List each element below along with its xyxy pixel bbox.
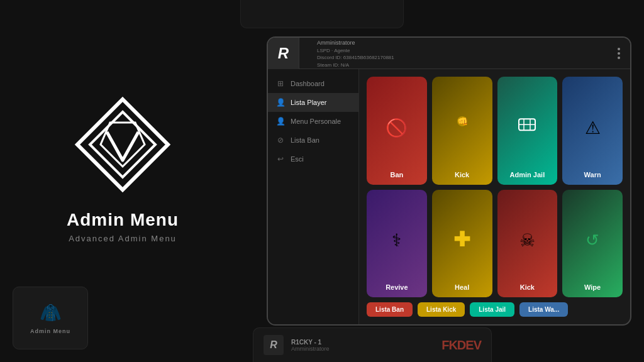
lista-warn-button[interactable]: Lista Wa... — [519, 302, 568, 317]
admin-jail-button[interactable]: Admin Jail — [497, 77, 558, 185]
action-area: 🚫 Ban 👊 Kick — [359, 69, 630, 324]
kick-top-button[interactable]: 👊 Kick — [432, 77, 492, 185]
main-header: R R1CKY - 1 Amministratore LSPD · Agente… — [268, 38, 630, 69]
kick-top-icon: 👊 — [453, 116, 472, 139]
main-content: ⊞ Dashboard 👤 Lista Player 👤 Menu Person… — [268, 69, 630, 324]
sidebar-label-lista-player: Lista Player — [291, 99, 326, 106]
menu-personale-icon: 👤 — [275, 117, 286, 126]
fkdev-logo: FKDEV — [441, 338, 481, 353]
revive-label: Revive — [386, 283, 408, 291]
brand-logo — [72, 94, 173, 195]
warn-button[interactable]: ⚠ Warn — [562, 77, 623, 185]
bottom-buttons: Lista Ban Lista Kick Lista Jail Lista Wa… — [367, 302, 623, 317]
bottom-window-name: R1CKY - 1 — [291, 339, 434, 346]
revive-button[interactable]: ⚕ Revive — [367, 190, 427, 298]
revive-icon: ⚕ — [392, 230, 401, 251]
sidebar-label-esci: Esci — [291, 155, 304, 163]
kick-bottom-label: Kick — [520, 283, 535, 291]
top-window-hint — [240, 0, 404, 28]
brand-subtitle: Advanced Admin Menu — [69, 234, 177, 243]
ban-button[interactable]: 🚫 Ban — [367, 77, 427, 185]
wipe-button[interactable]: ↺ Wipe — [562, 190, 623, 298]
sidebar-item-lista-ban[interactable]: ⊘ Lista Ban — [268, 131, 358, 150]
sidebar-label-dashboard: Dashboard — [291, 80, 325, 87]
lista-ban-button[interactable]: Lista Ban — [367, 302, 413, 317]
wipe-icon: ↺ — [586, 231, 599, 250]
admin-jail-label: Admin Jail — [510, 171, 545, 178]
lista-ban-icon: ⊘ — [275, 136, 286, 145]
hanger-icon: 🧥 — [40, 302, 62, 323]
heal-label: Heal — [455, 283, 469, 291]
detail-discord: Discord ID: 638415B63682170881 — [317, 55, 394, 60]
warn-label: Warn — [584, 171, 601, 178]
bottom-window-avatar: R — [264, 335, 284, 355]
bottom-window-role: Amministratore — [291, 346, 434, 352]
svg-text:👊: 👊 — [457, 116, 468, 127]
bottom-window-info: R1CKY - 1 Amministratore — [291, 339, 434, 352]
lista-jail-button[interactable]: Lista Jail — [470, 302, 514, 317]
kick-top-label: Kick — [455, 171, 469, 178]
sidebar-item-lista-player[interactable]: 👤 Lista Player — [268, 93, 358, 112]
kick-bottom-button[interactable]: ☠ Kick — [497, 190, 558, 298]
ban-label: Ban — [390, 171, 403, 178]
kick-bottom-icon: ☠ — [519, 230, 535, 251]
sidebar-item-dashboard[interactable]: ⊞ Dashboard — [268, 74, 358, 93]
header-avatar: R — [268, 38, 299, 69]
action-grid: 🚫 Ban 👊 Kick — [367, 77, 623, 297]
dashboard-icon: ⊞ — [275, 79, 286, 88]
sidebar: ⊞ Dashboard 👤 Lista Player 👤 Menu Person… — [268, 69, 359, 324]
lista-player-icon: 👤 — [275, 98, 286, 107]
player-role: Amministratore — [317, 40, 610, 46]
mini-window-label: Admin Menu — [30, 328, 70, 334]
heal-icon: ✚ — [453, 228, 470, 252]
sidebar-label-menu-personale: Menu Personale — [291, 118, 341, 125]
detail-lspd: LSPD · Agente — [317, 48, 350, 53]
esci-icon: ↩ — [275, 155, 286, 163]
ban-icon: 🚫 — [386, 117, 408, 138]
admin-jail-icon — [516, 114, 538, 140]
heal-button[interactable]: ✚ Heal — [432, 190, 492, 298]
main-window: R R1CKY - 1 Amministratore LSPD · Agente… — [267, 36, 631, 326]
wipe-label: Wipe — [584, 283, 601, 291]
sidebar-item-menu-personale[interactable]: 👤 Menu Personale — [268, 112, 358, 131]
lista-kick-button[interactable]: Lista Kick — [418, 302, 465, 317]
sidebar-label-lista-ban: Lista Ban — [291, 136, 319, 144]
bottom-window: R R1CKY - 1 Amministratore FKDEV — [253, 327, 492, 362]
more-options-button[interactable] — [618, 48, 620, 59]
brand-title: Admin Menu — [67, 210, 179, 230]
mini-window: 🧥 Admin Menu — [13, 287, 88, 349]
sidebar-item-esci[interactable]: ↩ Esci — [268, 150, 358, 168]
warn-icon: ⚠ — [585, 117, 601, 138]
detail-steam: Steam ID: N/A — [317, 62, 349, 68]
